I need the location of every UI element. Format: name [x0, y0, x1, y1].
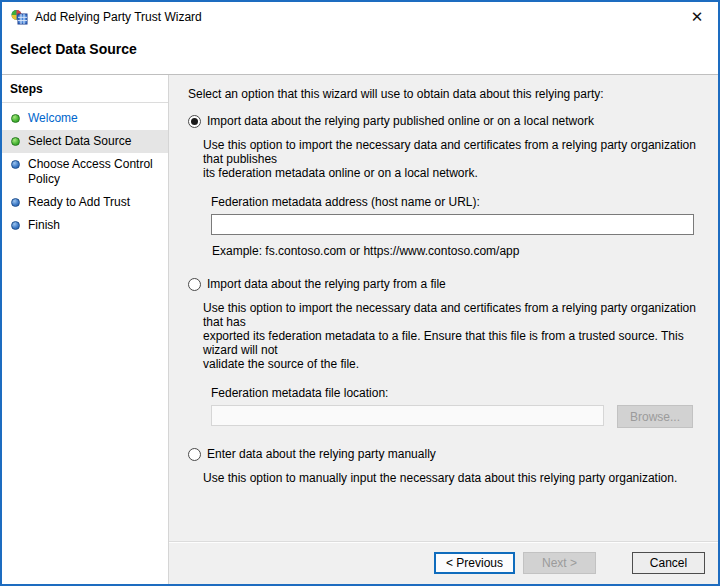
sidebar-item-ready-to-add-trust: Ready to Add Trust [2, 191, 168, 214]
page-header: Select Data Source [2, 32, 718, 75]
option-description: Use this option to import the necessary … [203, 301, 706, 371]
option-import-file[interactable]: Import data about the relying party from… [188, 277, 706, 292]
example-text: Example: fs.contoso.com or https://www.c… [212, 244, 706, 258]
browse-button: Browse... [617, 405, 693, 428]
option-enter-manually[interactable]: Enter data about the relying party manua… [188, 447, 706, 462]
step-label: Finish [28, 218, 64, 233]
step-status-dot-icon [11, 221, 20, 230]
metadata-address-label: Federation metadata address (host name o… [211, 195, 706, 209]
steps-sidebar: Steps Welcome Select Data Source Choose … [2, 75, 168, 584]
close-button[interactable]: ✕ [682, 4, 712, 30]
metadata-file-label: Federation metadata file location: [211, 386, 706, 400]
sidebar-item-finish: Finish [2, 214, 168, 237]
option-description: Use this option to import the necessary … [203, 138, 706, 180]
radio-button-icon[interactable] [188, 278, 201, 291]
option-label[interactable]: Import data about the relying party from… [207, 277, 446, 292]
metadata-address-input[interactable] [211, 214, 694, 235]
option-label[interactable]: Enter data about the relying party manua… [207, 447, 436, 462]
page-title: Select Data Source [10, 41, 718, 57]
step-label: Select Data Source [28, 134, 135, 149]
radio-button-icon[interactable] [188, 115, 201, 128]
sidebar-item-welcome[interactable]: Welcome [2, 107, 168, 130]
option-label[interactable]: Import data about the relying party publ… [207, 114, 594, 129]
main-content: Select an option that this wizard will u… [168, 75, 718, 584]
wizard-app-icon [11, 9, 28, 25]
previous-button[interactable]: < Previous [434, 552, 515, 574]
step-status-dot-icon [11, 137, 20, 146]
option-description: Use this option to manually input the ne… [203, 471, 706, 485]
wizard-footer: < Previous Next > Cancel [169, 541, 718, 584]
window-title: Add Relying Party Trust Wizard [35, 10, 682, 24]
step-status-dot-icon [11, 198, 20, 207]
step-status-dot-icon [11, 114, 20, 123]
wizard-window: Add Relying Party Trust Wizard ✕ Select … [0, 0, 720, 586]
next-button: Next > [523, 552, 596, 574]
radio-button-icon[interactable] [188, 448, 201, 461]
title-bar: Add Relying Party Trust Wizard ✕ [2, 2, 718, 32]
close-icon: ✕ [691, 8, 704, 26]
sidebar-item-choose-access-control-policy: Choose Access Control Policy [2, 153, 168, 191]
step-label: Ready to Add Trust [28, 195, 134, 210]
intro-text: Select an option that this wizard will u… [188, 87, 706, 101]
step-status-dot-icon [11, 160, 20, 169]
steps-heading: Steps [2, 75, 168, 103]
step-label: Choose Access Control Policy [28, 157, 162, 187]
sidebar-item-select-data-source[interactable]: Select Data Source [2, 130, 168, 153]
metadata-file-input [211, 405, 604, 426]
step-label: Welcome [28, 111, 82, 126]
cancel-button[interactable]: Cancel [632, 552, 705, 574]
option-import-online[interactable]: Import data about the relying party publ… [188, 114, 706, 129]
